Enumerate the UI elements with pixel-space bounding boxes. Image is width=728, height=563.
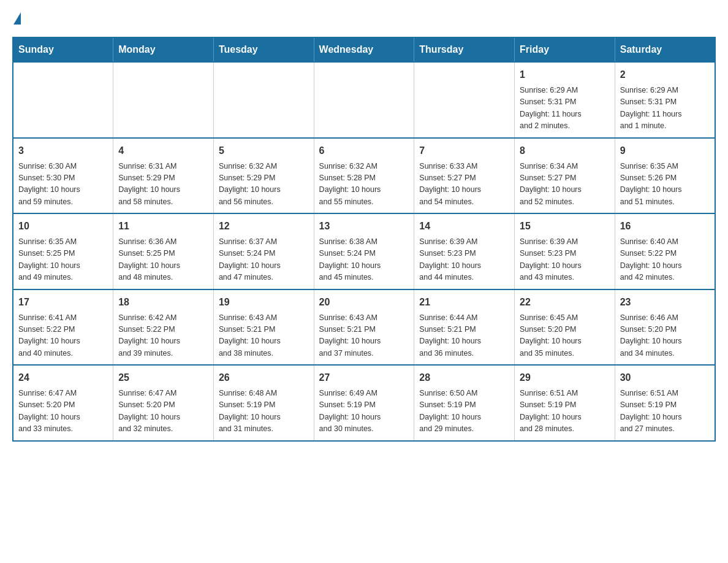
day-info: Sunrise: 6:44 AM Sunset: 5:21 PM Dayligh… — [419, 312, 509, 360]
day-info: Sunrise: 6:50 AM Sunset: 5:19 PM Dayligh… — [419, 388, 509, 435]
day-number: 2 — [620, 67, 710, 82]
calendar-day-29: 29Sunrise: 6:51 AM Sunset: 5:19 PM Dayli… — [515, 365, 615, 441]
calendar-day-5: 5Sunrise: 6:32 AM Sunset: 5:29 PM Daylig… — [213, 138, 314, 214]
calendar-day-16: 16Sunrise: 6:40 AM Sunset: 5:22 PM Dayli… — [615, 213, 715, 289]
calendar-day-1: 1Sunrise: 6:29 AM Sunset: 5:31 PM Daylig… — [515, 62, 615, 138]
day-info: Sunrise: 6:48 AM Sunset: 5:19 PM Dayligh… — [219, 388, 309, 435]
calendar-day-23: 23Sunrise: 6:46 AM Sunset: 5:20 PM Dayli… — [615, 289, 715, 366]
calendar-day-8: 8Sunrise: 6:34 AM Sunset: 5:27 PM Daylig… — [515, 138, 615, 214]
calendar-day-21: 21Sunrise: 6:44 AM Sunset: 5:21 PM Dayli… — [414, 289, 515, 366]
calendar-empty-cell — [213, 62, 314, 138]
day-number: 18 — [118, 295, 208, 310]
weekday-header-friday: Friday — [515, 37, 615, 62]
day-number: 9 — [620, 144, 710, 158]
calendar-empty-cell — [113, 62, 214, 138]
day-number: 20 — [319, 295, 409, 310]
day-number: 12 — [219, 219, 309, 234]
day-number: 28 — [419, 370, 509, 385]
weekday-header-wednesday: Wednesday — [314, 37, 414, 62]
day-number: 5 — [219, 144, 309, 158]
calendar-day-22: 22Sunrise: 6:45 AM Sunset: 5:20 PM Dayli… — [515, 289, 615, 366]
day-number: 25 — [118, 370, 208, 385]
calendar-week-row: 3Sunrise: 6:30 AM Sunset: 5:30 PM Daylig… — [13, 138, 715, 214]
calendar-table: SundayMondayTuesdayWednesdayThursdayFrid… — [12, 37, 716, 442]
day-info: Sunrise: 6:30 AM Sunset: 5:30 PM Dayligh… — [18, 161, 108, 209]
day-number: 21 — [419, 295, 509, 310]
day-number: 19 — [219, 295, 309, 310]
day-info: Sunrise: 6:46 AM Sunset: 5:20 PM Dayligh… — [620, 312, 710, 360]
calendar-week-row: 1Sunrise: 6:29 AM Sunset: 5:31 PM Daylig… — [13, 62, 715, 138]
day-info: Sunrise: 6:34 AM Sunset: 5:27 PM Dayligh… — [520, 161, 610, 209]
day-info: Sunrise: 6:29 AM Sunset: 5:31 PM Dayligh… — [620, 85, 710, 132]
day-info: Sunrise: 6:39 AM Sunset: 5:23 PM Dayligh… — [520, 236, 610, 284]
day-info: Sunrise: 6:39 AM Sunset: 5:23 PM Dayligh… — [419, 236, 509, 284]
day-number: 17 — [18, 295, 108, 310]
calendar-day-19: 19Sunrise: 6:43 AM Sunset: 5:21 PM Dayli… — [213, 289, 314, 366]
day-info: Sunrise: 6:31 AM Sunset: 5:29 PM Dayligh… — [118, 161, 208, 209]
day-number: 16 — [620, 219, 710, 234]
calendar-day-9: 9Sunrise: 6:35 AM Sunset: 5:26 PM Daylig… — [615, 138, 715, 214]
calendar-day-27: 27Sunrise: 6:49 AM Sunset: 5:19 PM Dayli… — [314, 365, 414, 441]
day-info: Sunrise: 6:35 AM Sunset: 5:26 PM Dayligh… — [620, 161, 710, 209]
weekday-header-sunday: Sunday — [13, 37, 113, 62]
calendar-week-row: 10Sunrise: 6:35 AM Sunset: 5:25 PM Dayli… — [13, 213, 715, 289]
day-info: Sunrise: 6:47 AM Sunset: 5:20 PM Dayligh… — [118, 388, 208, 435]
day-number: 11 — [118, 219, 208, 234]
day-info: Sunrise: 6:49 AM Sunset: 5:19 PM Dayligh… — [319, 388, 409, 435]
day-number: 3 — [18, 144, 108, 158]
weekday-header-saturday: Saturday — [615, 37, 715, 62]
calendar-day-11: 11Sunrise: 6:36 AM Sunset: 5:25 PM Dayli… — [113, 213, 214, 289]
calendar-day-17: 17Sunrise: 6:41 AM Sunset: 5:22 PM Dayli… — [13, 289, 113, 366]
day-number: 4 — [118, 144, 208, 158]
day-number: 13 — [319, 219, 409, 234]
day-info: Sunrise: 6:47 AM Sunset: 5:20 PM Dayligh… — [18, 388, 108, 435]
weekday-header-thursday: Thursday — [414, 37, 515, 62]
day-number: 10 — [18, 219, 108, 234]
day-info: Sunrise: 6:36 AM Sunset: 5:25 PM Dayligh… — [118, 236, 208, 284]
calendar-day-2: 2Sunrise: 6:29 AM Sunset: 5:31 PM Daylig… — [615, 62, 715, 138]
day-number: 7 — [419, 144, 509, 158]
calendar-empty-cell — [414, 62, 515, 138]
day-info: Sunrise: 6:35 AM Sunset: 5:25 PM Dayligh… — [18, 236, 108, 284]
calendar-week-row: 17Sunrise: 6:41 AM Sunset: 5:22 PM Dayli… — [13, 289, 715, 366]
calendar-empty-cell — [314, 62, 414, 138]
day-info: Sunrise: 6:37 AM Sunset: 5:24 PM Dayligh… — [219, 236, 309, 284]
weekday-header-tuesday: Tuesday — [213, 37, 314, 62]
day-info: Sunrise: 6:51 AM Sunset: 5:19 PM Dayligh… — [520, 388, 610, 435]
day-number: 27 — [319, 370, 409, 385]
calendar-day-18: 18Sunrise: 6:42 AM Sunset: 5:22 PM Dayli… — [113, 289, 214, 366]
calendar-day-24: 24Sunrise: 6:47 AM Sunset: 5:20 PM Dayli… — [13, 365, 113, 441]
calendar-day-13: 13Sunrise: 6:38 AM Sunset: 5:24 PM Dayli… — [314, 213, 414, 289]
day-info: Sunrise: 6:41 AM Sunset: 5:22 PM Dayligh… — [18, 312, 108, 360]
calendar-header-row: SundayMondayTuesdayWednesdayThursdayFrid… — [13, 37, 715, 62]
day-info: Sunrise: 6:33 AM Sunset: 5:27 PM Dayligh… — [419, 161, 509, 209]
calendar-day-20: 20Sunrise: 6:43 AM Sunset: 5:21 PM Dayli… — [314, 289, 414, 366]
day-number: 8 — [520, 144, 610, 158]
calendar-day-30: 30Sunrise: 6:51 AM Sunset: 5:19 PM Dayli… — [615, 365, 715, 441]
day-number: 29 — [520, 370, 610, 385]
page-header — [12, 12, 716, 25]
day-info: Sunrise: 6:51 AM Sunset: 5:19 PM Dayligh… — [620, 388, 710, 435]
logo — [12, 12, 22, 25]
day-info: Sunrise: 6:45 AM Sunset: 5:20 PM Dayligh… — [520, 312, 610, 360]
day-info: Sunrise: 6:29 AM Sunset: 5:31 PM Dayligh… — [520, 85, 610, 132]
calendar-day-6: 6Sunrise: 6:32 AM Sunset: 5:28 PM Daylig… — [314, 138, 414, 214]
calendar-day-14: 14Sunrise: 6:39 AM Sunset: 5:23 PM Dayli… — [414, 213, 515, 289]
calendar-day-26: 26Sunrise: 6:48 AM Sunset: 5:19 PM Dayli… — [213, 365, 314, 441]
calendar-day-4: 4Sunrise: 6:31 AM Sunset: 5:29 PM Daylig… — [113, 138, 214, 214]
day-number: 14 — [419, 219, 509, 234]
calendar-day-15: 15Sunrise: 6:39 AM Sunset: 5:23 PM Dayli… — [515, 213, 615, 289]
day-number: 22 — [520, 295, 610, 310]
day-info: Sunrise: 6:32 AM Sunset: 5:29 PM Dayligh… — [219, 161, 309, 209]
calendar-week-row: 24Sunrise: 6:47 AM Sunset: 5:20 PM Dayli… — [13, 365, 715, 441]
day-info: Sunrise: 6:40 AM Sunset: 5:22 PM Dayligh… — [620, 236, 710, 284]
day-info: Sunrise: 6:38 AM Sunset: 5:24 PM Dayligh… — [319, 236, 409, 284]
calendar-day-12: 12Sunrise: 6:37 AM Sunset: 5:24 PM Dayli… — [213, 213, 314, 289]
calendar-day-28: 28Sunrise: 6:50 AM Sunset: 5:19 PM Dayli… — [414, 365, 515, 441]
day-number: 15 — [520, 219, 610, 234]
day-number: 26 — [219, 370, 309, 385]
calendar-day-25: 25Sunrise: 6:47 AM Sunset: 5:20 PM Dayli… — [113, 365, 214, 441]
logo-triangle-icon — [13, 12, 21, 25]
day-number: 24 — [18, 370, 108, 385]
calendar-day-10: 10Sunrise: 6:35 AM Sunset: 5:25 PM Dayli… — [13, 213, 113, 289]
